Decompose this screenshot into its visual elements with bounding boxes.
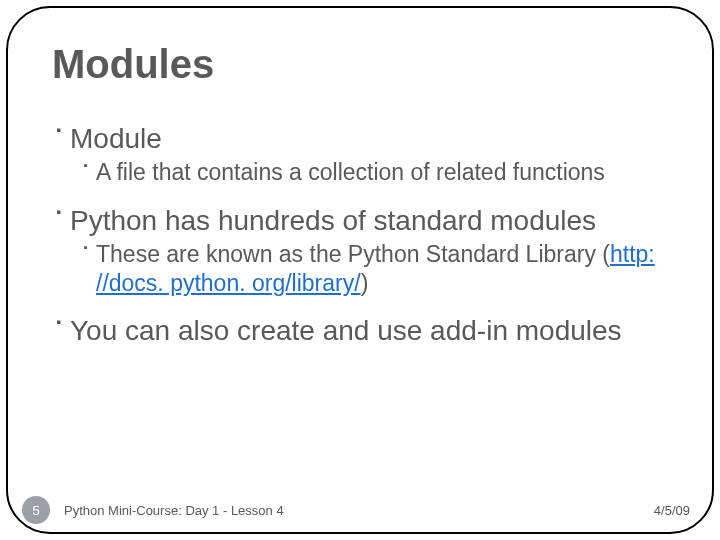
bullet-text: Python has hundreds of standard modules bbox=[70, 203, 668, 238]
page-number-badge: 5 bbox=[22, 496, 50, 524]
bullet-text: A file that contains a collection of rel… bbox=[96, 158, 668, 187]
stdlib-text-pre: These are known as the Python Standard L… bbox=[96, 241, 610, 267]
slide-date: 4/5/09 bbox=[654, 503, 698, 518]
bullet-icon: ་ bbox=[52, 313, 66, 348]
bullet-icon: ་ bbox=[52, 121, 66, 156]
slide-footer: 5 Python Mini-Course: Day 1 - Lesson 4 4… bbox=[0, 496, 720, 524]
subbullet-definition: ་ A file that contains a collection of r… bbox=[80, 158, 668, 187]
bullet-text: These are known as the Python Standard L… bbox=[96, 240, 668, 298]
bullet-text: Module bbox=[70, 121, 668, 156]
subbullet-stdlib: ་ These are known as the Python Standard… bbox=[80, 240, 668, 298]
bullet-standard-modules: ་ Python has hundreds of standard module… bbox=[52, 203, 668, 238]
course-label: Python Mini-Course: Day 1 - Lesson 4 bbox=[64, 503, 654, 518]
bullet-module: ་ Module bbox=[52, 121, 668, 156]
bullet-icon: ་ bbox=[52, 203, 66, 238]
stdlib-text-post: ) bbox=[361, 270, 369, 296]
bullet-text: You can also create and use add-in modul… bbox=[70, 313, 668, 348]
bullet-icon: ་ bbox=[80, 240, 92, 298]
slide-title: Modules bbox=[52, 42, 668, 87]
bullet-icon: ་ bbox=[80, 158, 92, 187]
bullet-addin-modules: ་ You can also create and use add-in mod… bbox=[52, 313, 668, 348]
slide-frame: Modules ་ Module ་ A file that contains … bbox=[6, 6, 714, 534]
